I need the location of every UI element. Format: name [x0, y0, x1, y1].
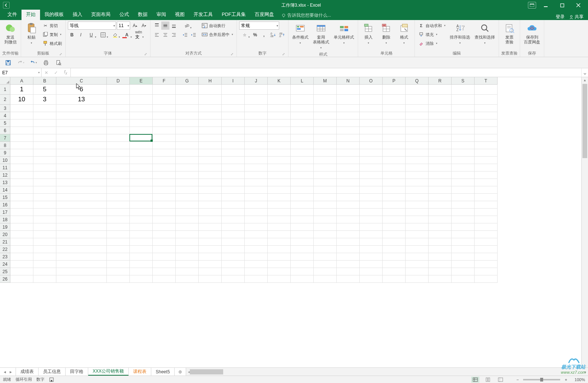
- cell[interactable]: [10, 127, 33, 134]
- cell[interactable]: [33, 120, 56, 127]
- cell[interactable]: [176, 186, 199, 194]
- cell[interactable]: [268, 127, 291, 134]
- cell[interactable]: [10, 105, 33, 112]
- column-header[interactable]: D: [107, 77, 130, 85]
- cell[interactable]: [314, 268, 337, 275]
- cell[interactable]: [153, 142, 176, 149]
- cell[interactable]: [475, 216, 498, 223]
- cell[interactable]: [222, 261, 245, 268]
- cell[interactable]: [268, 238, 291, 246]
- cell[interactable]: [452, 246, 475, 253]
- cell[interactable]: [475, 157, 498, 164]
- cell[interactable]: [452, 134, 475, 142]
- cell[interactable]: [199, 95, 222, 105]
- row-header[interactable]: 3: [0, 105, 10, 112]
- cell[interactable]: [291, 105, 314, 112]
- cell[interactable]: [360, 179, 383, 186]
- cell[interactable]: [199, 164, 222, 171]
- column-header[interactable]: R: [429, 77, 452, 85]
- cell[interactable]: [475, 223, 498, 231]
- cell[interactable]: [429, 186, 452, 194]
- cell[interactable]: [245, 157, 268, 164]
- insert-cells-button[interactable]: 插入▾: [360, 22, 377, 46]
- login-link[interactable]: 登录: [556, 14, 565, 20]
- tab-review[interactable]: 审阅: [152, 10, 171, 20]
- cell[interactable]: [314, 127, 337, 134]
- cell[interactable]: [199, 253, 222, 261]
- cell[interactable]: [475, 231, 498, 238]
- cell[interactable]: [245, 238, 268, 246]
- cell[interactable]: [452, 171, 475, 179]
- cell[interactable]: [406, 112, 429, 120]
- column-header[interactable]: F: [153, 77, 176, 85]
- cell[interactable]: [383, 209, 406, 216]
- cell[interactable]: [130, 268, 153, 275]
- cell[interactable]: [33, 231, 56, 238]
- cell[interactable]: [360, 194, 383, 201]
- cell[interactable]: [268, 112, 291, 120]
- add-sheet-button[interactable]: ⊕: [175, 368, 186, 376]
- cell[interactable]: [406, 186, 429, 194]
- tab-file[interactable]: 文件: [3, 10, 22, 20]
- cell[interactable]: [314, 149, 337, 157]
- cell[interactable]: [107, 223, 130, 231]
- cell[interactable]: [383, 201, 406, 209]
- decrease-decimal-button[interactable]: .00.0: [278, 31, 286, 39]
- cell[interactable]: [475, 142, 498, 149]
- cell[interactable]: [337, 231, 360, 238]
- cell[interactable]: [475, 85, 498, 95]
- cell[interactable]: [475, 105, 498, 112]
- cell[interactable]: [10, 179, 33, 186]
- cell[interactable]: [33, 127, 56, 134]
- cell[interactable]: [291, 112, 314, 120]
- cell[interactable]: [10, 209, 33, 216]
- cell[interactable]: [475, 253, 498, 261]
- row-header[interactable]: 1: [0, 85, 10, 95]
- delete-cells-button[interactable]: 删除▾: [378, 22, 394, 46]
- cell[interactable]: [222, 127, 245, 134]
- cell[interactable]: [291, 238, 314, 246]
- cell[interactable]: [56, 231, 107, 238]
- cell[interactable]: [383, 105, 406, 112]
- cell[interactable]: [314, 95, 337, 105]
- cell[interactable]: [475, 120, 498, 127]
- cell[interactable]: [406, 223, 429, 231]
- conditional-formatting-button[interactable]: 条件格式▾: [291, 22, 310, 46]
- cell[interactable]: [222, 238, 245, 246]
- tab-insert[interactable]: 插入: [68, 10, 87, 20]
- cell[interactable]: [452, 194, 475, 201]
- cell[interactable]: [107, 149, 130, 157]
- cell[interactable]: [291, 120, 314, 127]
- cell[interactable]: [222, 134, 245, 142]
- cell[interactable]: [429, 85, 452, 95]
- cell[interactable]: [406, 95, 429, 105]
- cell[interactable]: [406, 127, 429, 134]
- cells-area[interactable]: 15610313: [10, 85, 498, 283]
- cell[interactable]: [268, 268, 291, 275]
- sheet-tab[interactable]: 员工信息: [39, 368, 66, 376]
- cell[interactable]: [429, 209, 452, 216]
- cell[interactable]: [291, 164, 314, 171]
- cell[interactable]: [56, 112, 107, 120]
- cell[interactable]: [33, 238, 56, 246]
- cell[interactable]: [383, 164, 406, 171]
- cell[interactable]: [429, 261, 452, 268]
- column-header[interactable]: G: [176, 77, 199, 85]
- format-as-table-button[interactable]: 套用表格格式▾: [311, 22, 331, 51]
- cell[interactable]: [452, 275, 475, 283]
- cell[interactable]: [107, 127, 130, 134]
- cell[interactable]: [429, 253, 452, 261]
- sheet-nav-prev[interactable]: ◂: [2, 369, 7, 374]
- cell[interactable]: [268, 149, 291, 157]
- cell[interactable]: [452, 157, 475, 164]
- cell[interactable]: [245, 253, 268, 261]
- cell[interactable]: [130, 275, 153, 283]
- align-left-button[interactable]: [153, 31, 161, 39]
- cell[interactable]: [452, 85, 475, 95]
- cell[interactable]: [452, 261, 475, 268]
- tell-me[interactable]: 告诉我您想要做什么...: [278, 11, 334, 20]
- row-header[interactable]: 9: [0, 149, 10, 157]
- cell[interactable]: [314, 179, 337, 186]
- cell[interactable]: [291, 209, 314, 216]
- cell[interactable]: [268, 85, 291, 95]
